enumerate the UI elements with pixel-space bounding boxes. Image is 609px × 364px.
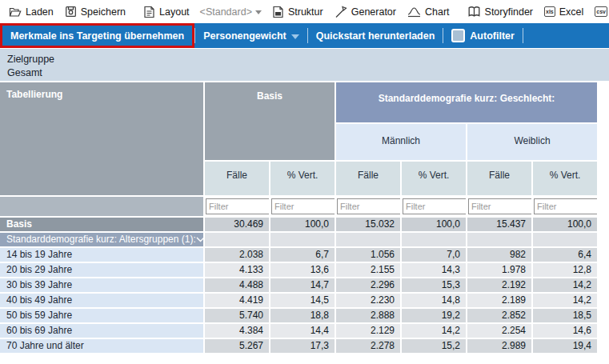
table-cell: 4.419 bbox=[205, 294, 269, 307]
measure-header: Fälle bbox=[336, 162, 400, 195]
chevron-down-icon bbox=[255, 10, 262, 14]
generator-button-label: Generator bbox=[351, 6, 396, 18]
weight-dropdown[interactable]: Personengewicht bbox=[195, 23, 307, 48]
save-button-label: Speichern bbox=[81, 6, 126, 18]
filter-input[interactable] bbox=[468, 198, 531, 214]
table-cell: 15,3 bbox=[402, 278, 466, 292]
table-cell: 2.230 bbox=[336, 294, 400, 307]
table-cell: 5.267 bbox=[205, 339, 269, 353]
layout-icon bbox=[143, 6, 155, 18]
filter-input[interactable] bbox=[206, 198, 269, 214]
row-label: 20 bis 29 Jahre bbox=[0, 263, 203, 277]
excel-button-label: Excel bbox=[559, 6, 584, 18]
generator-button[interactable]: Generator bbox=[329, 6, 402, 18]
main-toolbar: Laden Speichern Layout <Standard> Strukt… bbox=[0, 0, 609, 23]
table-cell: 4.384 bbox=[205, 324, 269, 338]
csv-icon: csv bbox=[595, 6, 607, 17]
table-cell: 4.488 bbox=[205, 278, 269, 292]
basis-row-label: Basis bbox=[0, 218, 203, 231]
targeting-button-highlight: Merkmale ins Targeting übernehmen bbox=[0, 23, 194, 48]
table-cell: 2.189 bbox=[467, 294, 531, 307]
table-cell: 19,4 bbox=[533, 339, 597, 353]
table-cell bbox=[402, 233, 466, 246]
wand-icon bbox=[335, 6, 347, 18]
measure-header: % Vert. bbox=[402, 162, 466, 195]
target-group-label: Zielgruppe bbox=[7, 53, 602, 66]
filter-input[interactable] bbox=[271, 198, 335, 214]
table-cell: 7,0 bbox=[402, 248, 466, 262]
layout-button-label: Layout bbox=[159, 6, 190, 18]
chevron-down-icon bbox=[291, 34, 299, 39]
commandbar-separator bbox=[523, 28, 523, 43]
table-cell: 12,8 bbox=[533, 263, 597, 277]
measure-header: Fälle bbox=[467, 162, 531, 195]
table-cell: 18,5 bbox=[533, 309, 597, 322]
table-cell: 15.032 bbox=[336, 218, 400, 231]
row-label: 50 bis 59 Jahre bbox=[0, 309, 203, 322]
excel-export-button[interactable]: xls Excel bbox=[539, 6, 589, 18]
chart-curve-icon bbox=[407, 6, 421, 18]
load-button-label: Laden bbox=[26, 6, 54, 18]
row-label: 60 bis 69 Jahre bbox=[0, 324, 203, 338]
autofilter-toggle[interactable]: Autofilter bbox=[443, 23, 523, 48]
apply-targeting-label: Merkmale ins Targeting übernehmen bbox=[10, 30, 184, 42]
weight-dropdown-label: Personengewicht bbox=[203, 30, 286, 42]
table-cell bbox=[270, 233, 335, 246]
table-cell: 2.129 bbox=[336, 324, 400, 338]
table-cell: 14,4 bbox=[270, 324, 335, 338]
subgroup-header-male: Männlich bbox=[336, 124, 466, 160]
table-cell bbox=[336, 233, 400, 246]
apply-targeting-button[interactable]: Merkmale ins Targeting übernehmen bbox=[2, 26, 192, 46]
filter-cell bbox=[467, 197, 531, 216]
target-group-panel: Zielgruppe Gesamt bbox=[0, 49, 609, 81]
quickstart-download-label: Quickstart herunterladen bbox=[316, 30, 435, 42]
save-icon bbox=[65, 6, 77, 18]
table-cell: 5.740 bbox=[205, 309, 269, 322]
row-label: 40 bis 49 Jahre bbox=[0, 294, 203, 307]
subgroup-header-female: Weiblich bbox=[467, 124, 597, 160]
filter-input[interactable] bbox=[534, 198, 597, 214]
table-cell: 15.437 bbox=[467, 218, 531, 231]
measure-header: % Vert. bbox=[270, 162, 335, 195]
table-cell: 2.888 bbox=[336, 309, 400, 322]
table-cell: 13,6 bbox=[270, 263, 335, 277]
structure-button-label: Struktur bbox=[288, 6, 323, 18]
storyfinder-button-label: Storyfinder bbox=[485, 6, 533, 18]
table-cell: 2.254 bbox=[467, 324, 531, 338]
chart-button-label: Chart bbox=[425, 6, 450, 18]
storyfinder-button[interactable]: Storyfinder bbox=[462, 6, 539, 18]
open-folder-icon bbox=[9, 6, 22, 18]
table-cell: 14,3 bbox=[402, 263, 466, 277]
row-label: 30 bis 39 Jahre bbox=[0, 278, 203, 292]
autofilter-checkbox[interactable] bbox=[451, 29, 465, 42]
table-cell: 982 bbox=[467, 248, 531, 262]
corner-header: Tabellierung bbox=[0, 82, 203, 195]
layout-preset-dropdown[interactable]: <Standard> bbox=[195, 6, 266, 18]
structure-button[interactable]: Struktur bbox=[266, 6, 329, 18]
table-cell: 2.852 bbox=[467, 309, 531, 322]
filter-cell bbox=[336, 197, 400, 216]
filter-input[interactable] bbox=[337, 198, 400, 214]
table-cell: 14,2 bbox=[533, 278, 597, 292]
document-structure-icon bbox=[272, 6, 284, 18]
filter-input[interactable] bbox=[403, 198, 466, 214]
csv-export-button[interactable]: csv CSV bbox=[589, 6, 609, 18]
section-row-header[interactable]: Standarddemografie kurz: Altersgruppen (… bbox=[0, 233, 203, 246]
table-cell: 6,7 bbox=[270, 248, 335, 262]
section-row-label: Standarddemografie kurz: Altersgruppen (… bbox=[6, 233, 196, 246]
layout-button[interactable]: Layout bbox=[138, 6, 195, 18]
load-button[interactable]: Laden bbox=[3, 6, 59, 18]
table-cell: 100,0 bbox=[270, 218, 335, 231]
basis-column-header: Basis bbox=[205, 82, 335, 160]
table-cell: 14,7 bbox=[270, 278, 335, 292]
table-cell: 100,0 bbox=[533, 218, 597, 231]
row-label: 14 bis 19 Jahre bbox=[0, 248, 203, 262]
table-cell: 2.296 bbox=[336, 278, 400, 292]
chart-button[interactable]: Chart bbox=[402, 6, 455, 18]
target-group-value: Gesamt bbox=[7, 66, 602, 80]
quickstart-download-button[interactable]: Quickstart herunterladen bbox=[308, 23, 443, 48]
save-button[interactable]: Speichern bbox=[59, 6, 131, 18]
chevron-down-icon[interactable] bbox=[196, 233, 203, 246]
table-cell: 100,0 bbox=[402, 218, 466, 231]
table-cell: 14,5 bbox=[270, 294, 335, 307]
